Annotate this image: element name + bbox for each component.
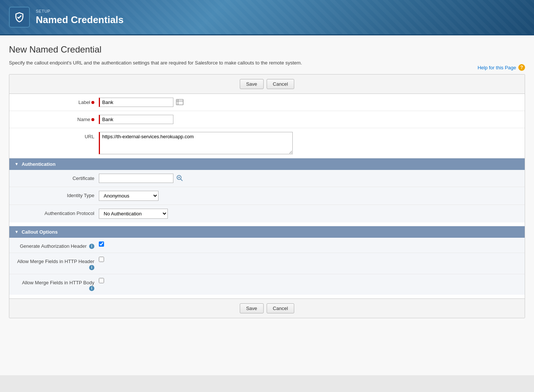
header-icon-box — [9, 7, 30, 28]
name-row: Name — [9, 111, 525, 128]
url-textarea[interactable]: https://th-external-services.herokuapp.c… — [99, 132, 293, 154]
save-button-bottom[interactable]: Save — [240, 303, 264, 313]
form-body: Label — [9, 94, 525, 295]
certificate-row: Certificate — [9, 170, 525, 187]
help-link-container[interactable]: Help for this Page ? — [478, 64, 525, 71]
svg-rect-0 — [176, 99, 183, 105]
bottom-button-bar: Save Cancel — [9, 298, 525, 318]
gen-auth-header-checkbox[interactable] — [99, 241, 104, 247]
auth-chevron-icon: ▼ — [15, 162, 19, 166]
url-row: URL https://th-external-services.herokua… — [9, 128, 525, 158]
allow-merge-body-field — [99, 278, 517, 283]
allow-merge-header-field — [99, 257, 517, 262]
allow-merge-header-checkbox[interactable] — [99, 257, 104, 262]
label-field-container — [99, 98, 517, 107]
label-lookup-icon[interactable] — [176, 98, 184, 106]
name-field-container — [99, 115, 517, 124]
shield-icon — [13, 11, 25, 23]
gen-auth-header-field — [99, 241, 517, 247]
certificate-label: Certificate — [17, 174, 99, 181]
callout-chevron-icon: ▼ — [15, 230, 19, 234]
certificate-lookup-icon[interactable] — [176, 174, 184, 182]
auth-section-title: Authentication — [22, 161, 56, 167]
callout-section-header[interactable]: ▼ Callout Options — [9, 226, 525, 238]
allow-merge-body-row: Allow Merge Fields in HTTP Body i — [9, 274, 525, 295]
allow-merge-body-label: Allow Merge Fields in HTTP Body i — [17, 278, 99, 291]
label-input[interactable] — [99, 98, 173, 107]
identity-type-label: Identity Type — [17, 191, 99, 198]
help-icon: ? — [518, 64, 525, 71]
gen-auth-header-row: Generate Authorization Header i — [9, 238, 525, 253]
identity-type-field-container: Named Principal Per User Anonymous — [99, 191, 517, 201]
certificate-field-container — [99, 174, 517, 183]
header-text-group: SETUP Named Credentials — [36, 9, 124, 26]
cancel-button-top[interactable]: Cancel — [267, 79, 294, 89]
callout-section: ▼ Callout Options Generate Authorization… — [9, 226, 525, 295]
help-link[interactable]: Help for this Page — [478, 65, 516, 70]
callout-section-content: Generate Authorization Header i Allow Me… — [9, 238, 525, 295]
gen-auth-info-icon: i — [89, 244, 94, 249]
url-field-container: https://th-external-services.herokuapp.c… — [99, 132, 517, 154]
allow-merge-body-checkbox[interactable] — [99, 278, 104, 283]
save-button-top[interactable]: Save — [240, 79, 264, 89]
main-content: Help for this Page ? New Named Credentia… — [0, 35, 534, 375]
svg-line-4 — [180, 179, 182, 181]
auth-protocol-select[interactable]: No Authentication Password OAuth 2.0 JWT… — [99, 209, 168, 219]
name-input[interactable] — [99, 115, 173, 124]
callout-section-title: Callout Options — [22, 229, 58, 235]
auth-protocol-field-container: No Authentication Password OAuth 2.0 JWT… — [99, 209, 517, 219]
label-row: Label — [9, 94, 525, 111]
certificate-input[interactable] — [99, 174, 173, 183]
auth-protocol-label: Authentication Protocol — [17, 209, 99, 216]
authentication-section-header[interactable]: ▼ Authentication — [9, 158, 525, 170]
allow-merge-body-info-icon: i — [89, 286, 94, 291]
page-title: New Named Credential — [9, 44, 525, 55]
cancel-button-bottom[interactable]: Cancel — [267, 303, 294, 313]
label-field-label: Label — [17, 98, 99, 105]
header-title: Named Credentials — [36, 14, 124, 26]
authentication-section-content: Certificate — [9, 170, 525, 222]
name-required-indicator — [91, 118, 94, 121]
top-header: SETUP Named Credentials — [0, 0, 534, 35]
top-button-bar: Save Cancel — [9, 75, 525, 94]
gen-auth-header-label: Generate Authorization Header i — [17, 241, 99, 249]
required-indicator — [91, 101, 94, 104]
name-field-label: Name — [17, 115, 99, 122]
page-description: Specify the callout endpoint's URL and t… — [9, 59, 525, 67]
allow-merge-header-info-icon: i — [89, 265, 94, 270]
form-container: Save Cancel Label — [9, 74, 525, 319]
identity-type-select[interactable]: Named Principal Per User Anonymous — [99, 191, 158, 201]
identity-type-row: Identity Type Named Principal Per User A… — [9, 187, 525, 205]
svg-point-5 — [178, 177, 180, 178]
setup-label: SETUP — [36, 9, 124, 13]
auth-protocol-row: Authentication Protocol No Authenticatio… — [9, 205, 525, 222]
url-field-label: URL — [17, 132, 99, 139]
allow-merge-header-row: Allow Merge Fields in HTTP Header i — [9, 253, 525, 274]
allow-merge-header-label: Allow Merge Fields in HTTP Header i — [17, 257, 99, 270]
